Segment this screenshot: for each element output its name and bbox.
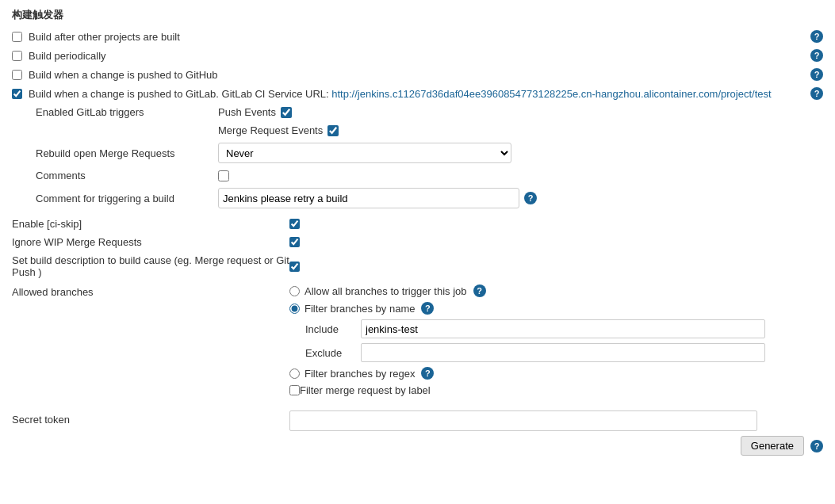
gitlab-section: Enabled GitLab triggers Push Events Merg…	[36, 106, 823, 208]
merge-request-events-row: Merge Request Events	[36, 124, 823, 136]
branch-regex-help-icon[interactable]: ?	[421, 367, 434, 380]
exclude-row: Exclude	[305, 343, 823, 362]
branch-name-radio[interactable]	[289, 304, 300, 314]
comments-checkbox[interactable]	[218, 170, 229, 181]
enabled-gitlab-triggers-label: Enabled GitLab triggers	[36, 106, 218, 118]
exclude-input[interactable]	[361, 343, 765, 362]
trigger-gitlab-checkbox[interactable]	[12, 89, 22, 99]
merge-request-events-control: Merge Request Events	[218, 124, 339, 136]
comments-control	[218, 170, 229, 181]
push-events-control: Push Events	[218, 106, 292, 118]
branch-name-label: Filter branches by name	[305, 303, 415, 315]
include-row: Include	[305, 319, 823, 338]
branch-regex-row: Filter branches by regex ?	[289, 367, 823, 380]
branch-options-container: Allow all branches to trigger this job ?…	[289, 284, 823, 401]
comment-trigger-help-icon[interactable]: ?	[524, 192, 537, 204]
allowed-branches-section: Allowed branches Allow all branches to t…	[12, 284, 823, 401]
comment-trigger-control: ?	[218, 188, 537, 208]
push-events-label: Push Events	[218, 106, 276, 118]
secret-token-help-icon[interactable]: ?	[810, 440, 823, 452]
trigger-github-help-icon[interactable]: ?	[810, 68, 823, 81]
branch-name-row: Filter branches by name ?	[289, 302, 823, 315]
trigger-after-build-checkbox[interactable]	[12, 32, 22, 42]
filter-merge-checkbox[interactable]	[289, 385, 300, 395]
comment-trigger-label: Comment for triggering a build	[36, 193, 218, 204]
trigger-after-build-label: Build after other projects are built	[29, 31, 804, 43]
trigger-periodically-row: Build periodically ?	[12, 49, 823, 62]
include-input[interactable]	[361, 319, 765, 338]
branch-name-help-icon[interactable]: ?	[421, 302, 434, 315]
trigger-periodically-checkbox[interactable]	[12, 51, 22, 61]
set-build-desc-checkbox[interactable]	[289, 262, 300, 272]
merge-request-events-label: Merge Request Events	[218, 124, 323, 136]
comments-label: Comments	[36, 170, 218, 181]
trigger-gitlab-label-text: Build when a change is pushed to GitLab.…	[29, 88, 331, 100]
filter-merge-label: Filter merge request by label	[300, 384, 431, 396]
trigger-after-build-help-icon[interactable]: ?	[810, 30, 823, 43]
enable-ci-skip-row: Enable [ci-skip]	[12, 218, 823, 230]
rebuild-row: Rebuild open Merge Requests Never On pus…	[36, 143, 823, 163]
generate-row: Generate ?	[289, 436, 823, 456]
enable-ci-skip-label: Enable [ci-skip]	[12, 218, 289, 230]
set-build-desc-row: Set build description to build cause (eg…	[12, 254, 823, 278]
trigger-github-checkbox[interactable]	[12, 70, 22, 80]
branch-regex-radio[interactable]	[289, 368, 300, 379]
trigger-gitlab-label: Build when a change is pushed to GitLab.…	[29, 88, 804, 100]
branch-all-radio[interactable]	[289, 286, 300, 296]
branch-all-label: Allow all branches to trigger this job	[305, 285, 467, 297]
filter-merge-row: Filter merge request by label	[289, 384, 823, 396]
ignore-wip-label: Ignore WIP Merge Requests	[12, 236, 289, 248]
secret-token-section: Secret token Generate ?	[12, 410, 823, 456]
generate-button[interactable]: Generate	[741, 436, 804, 456]
trigger-periodically-help-icon[interactable]: ?	[810, 49, 823, 62]
branch-all-help-icon[interactable]: ?	[473, 284, 486, 297]
rebuild-control: Never On push to source branch On push t…	[218, 143, 511, 163]
trigger-github-label: Build when a change is pushed to GitHub	[29, 69, 804, 81]
exclude-label: Exclude	[305, 347, 361, 359]
allowed-branches-label: Allowed branches	[12, 284, 289, 401]
secret-token-input[interactable]	[289, 410, 757, 431]
branch-regex-label: Filter branches by regex	[305, 368, 415, 380]
extra-options-section: Enable [ci-skip] Ignore WIP Merge Reques…	[12, 218, 823, 278]
merge-request-events-checkbox[interactable]	[327, 125, 339, 136]
trigger-gitlab-row: Build when a change is pushed to GitLab.…	[12, 87, 823, 100]
trigger-github-row: Build when a change is pushed to GitHub …	[12, 68, 823, 81]
section-title: 构建触发器	[12, 8, 823, 22]
rebuild-select[interactable]: Never On push to source branch On push t…	[218, 143, 511, 163]
enabled-gitlab-triggers-row: Enabled GitLab triggers Push Events	[36, 106, 823, 118]
trigger-gitlab-help-icon[interactable]: ?	[810, 87, 823, 100]
trigger-periodically-label: Build periodically	[29, 50, 804, 62]
ignore-wip-row: Ignore WIP Merge Requests	[12, 236, 823, 248]
trigger-after-build-row: Build after other projects are built ?	[12, 30, 823, 43]
push-events-checkbox[interactable]	[281, 107, 292, 118]
set-build-desc-label: Set build description to build cause (eg…	[12, 254, 289, 278]
ignore-wip-checkbox[interactable]	[289, 237, 300, 247]
secret-token-right: Generate ?	[289, 410, 823, 456]
comment-trigger-input[interactable]	[218, 188, 519, 208]
branch-all-row: Allow all branches to trigger this job ?	[289, 284, 823, 297]
comments-row: Comments	[36, 170, 823, 181]
comment-trigger-row: Comment for triggering a build ?	[36, 188, 823, 208]
trigger-gitlab-url[interactable]: http://jenkins.c11267d36daf04ee396085477…	[331, 88, 771, 100]
include-label: Include	[305, 323, 361, 335]
enable-ci-skip-checkbox[interactable]	[289, 219, 300, 229]
secret-token-label: Secret token	[12, 410, 289, 426]
rebuild-label: Rebuild open Merge Requests	[36, 147, 218, 159]
